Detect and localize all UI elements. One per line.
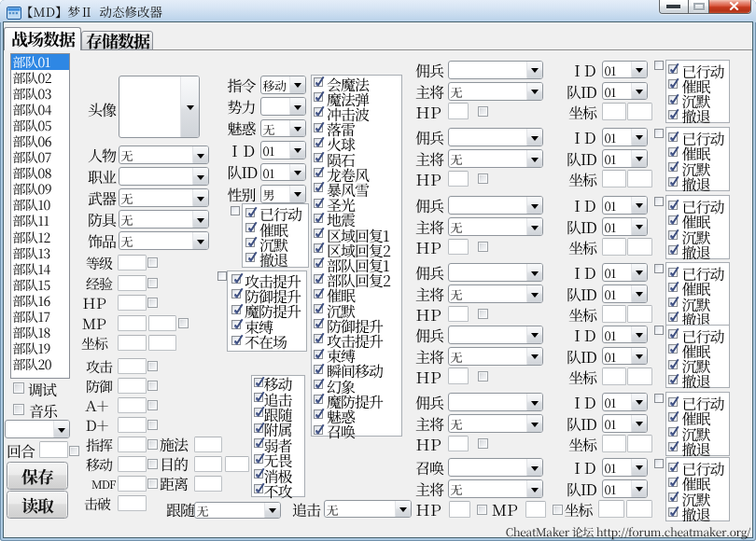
merc-status-checkbox[interactable] [668, 478, 678, 487]
merc-group-checkbox[interactable] [654, 61, 664, 70]
merc-status-checkbox[interactable] [668, 492, 678, 502]
skill-item-checkbox[interactable] [314, 183, 323, 192]
merc-status-checkbox[interactable] [668, 312, 678, 322]
buff-item-checkbox[interactable] [231, 305, 241, 314]
mdf-checkbox[interactable] [147, 479, 158, 489]
merc-hp-field[interactable] [448, 368, 469, 384]
merc-leader-combo[interactable]: 无 [448, 347, 543, 366]
merc-status-checkbox[interactable] [668, 215, 678, 225]
merc-status-checkbox[interactable] [668, 344, 678, 354]
behavior-item-checkbox[interactable] [254, 393, 263, 402]
skill-item-checkbox[interactable] [314, 395, 323, 404]
merc-coord-field[interactable] [598, 500, 624, 518]
status-item-checkbox[interactable] [245, 238, 255, 247]
kill-field[interactable] [118, 495, 147, 511]
status-item-checkbox[interactable] [245, 223, 255, 232]
behavior-item-checkbox[interactable] [254, 438, 263, 448]
merc-group-checkbox[interactable] [654, 326, 664, 335]
buff-item-checkbox[interactable] [231, 274, 241, 284]
merc-status-checkbox[interactable] [668, 360, 678, 369]
coord-field-2[interactable] [148, 335, 177, 351]
round-checkbox[interactable] [69, 446, 79, 456]
mp-field[interactable] [118, 315, 147, 331]
skill-item-checkbox[interactable] [314, 304, 323, 313]
buff-item-checkbox[interactable] [231, 320, 241, 329]
merc-group-checkbox[interactable] [654, 129, 664, 138]
merc-coord-field-2[interactable] [627, 238, 652, 256]
dplus-field[interactable] [118, 417, 147, 433]
aplus-field[interactable] [118, 397, 147, 413]
troop-list-item[interactable]: 部队11 [11, 213, 69, 229]
skill-item-checkbox[interactable] [314, 214, 323, 223]
merc-status-checkbox[interactable] [668, 507, 678, 517]
merc-hp-checkbox[interactable] [477, 505, 487, 515]
command-checkbox[interactable] [147, 439, 158, 450]
debug-checkbox[interactable] [13, 382, 24, 394]
command-field[interactable] [118, 437, 147, 452]
merc-status-checkbox[interactable] [668, 132, 678, 142]
status-item-checkbox[interactable] [245, 253, 255, 262]
buff-group-checkbox[interactable] [217, 271, 227, 281]
merc-status-checkbox[interactable] [668, 245, 678, 255]
merc-hp-checkbox[interactable] [478, 371, 488, 381]
skill-item-checkbox[interactable] [314, 409, 323, 419]
exp-checkbox[interactable] [147, 278, 158, 288]
merc-hp-checkbox[interactable] [478, 438, 488, 449]
merc-unit-combo[interactable] [448, 128, 543, 146]
distance-field[interactable] [194, 476, 222, 492]
merc-id-combo[interactable]: 01 [602, 326, 648, 344]
merc-leader-combo[interactable]: 无 [448, 414, 543, 433]
level-field[interactable] [118, 255, 147, 270]
order-combo[interactable]: 移动 [260, 76, 306, 94]
merc-unit-combo[interactable] [448, 61, 543, 79]
merc-teamid-combo[interactable]: 01 [602, 347, 648, 366]
merc-id-combo[interactable]: 01 [602, 61, 648, 79]
troop-list[interactable]: 部队01部队02部队03部队04部队05部队06部队07部队08部队09部队10… [10, 53, 70, 379]
merc-hp-field[interactable] [448, 171, 469, 187]
merc-status-checkbox[interactable] [668, 283, 678, 292]
merc-hp-field[interactable] [448, 103, 469, 119]
behavior-item-checkbox[interactable] [254, 484, 263, 493]
coord-field[interactable] [118, 335, 147, 351]
merc-id-combo[interactable]: 01 [602, 128, 648, 146]
target-field[interactable] [194, 456, 222, 472]
merc-status-checkbox[interactable] [668, 463, 678, 472]
accessory-combo[interactable]: 无 [119, 231, 209, 250]
move-field[interactable] [118, 456, 147, 472]
move-checkbox[interactable] [147, 459, 158, 469]
behavior-item-checkbox[interactable] [254, 423, 263, 433]
behavior-item-checkbox[interactable] [254, 408, 263, 417]
skill-item-checkbox[interactable] [314, 77, 323, 87]
merc-leader-combo[interactable]: 无 [448, 149, 543, 168]
music-checkbox[interactable] [13, 404, 24, 415]
mp-field-2[interactable] [148, 315, 177, 331]
merc-hp-field[interactable] [448, 306, 469, 323]
mdf-field[interactable] [118, 476, 147, 492]
merc-status-checkbox[interactable] [668, 64, 678, 74]
merc-coord-field[interactable] [602, 305, 626, 323]
merc-coord-field-2[interactable] [627, 305, 652, 323]
merc-hp-field[interactable] [449, 501, 470, 519]
merc-status-checkbox[interactable] [668, 162, 678, 172]
merc-group-checkbox[interactable] [654, 264, 664, 273]
merc-hp-checkbox[interactable] [478, 106, 488, 117]
level-checkbox[interactable] [147, 257, 158, 268]
weapon-combo[interactable]: 无 [119, 188, 209, 207]
cast-field[interactable] [194, 437, 222, 452]
exp-field[interactable] [118, 275, 147, 291]
merc-status-checkbox[interactable] [668, 427, 678, 437]
aplus-checkbox[interactable] [147, 400, 158, 410]
pursuit-combo[interactable]: 无 [324, 500, 412, 519]
merc-id-combo[interactable]: 01 [602, 393, 648, 411]
skill-item-checkbox[interactable] [314, 425, 323, 435]
tab-storage-data[interactable]: 存储数据 [81, 31, 153, 50]
skill-item-checkbox[interactable] [314, 123, 323, 132]
faction-combo[interactable] [260, 97, 306, 116]
merc-status-checkbox[interactable] [668, 201, 678, 210]
follow-combo[interactable]: 无 [194, 502, 281, 520]
hp-field[interactable] [118, 295, 147, 311]
merc-status-checkbox[interactable] [668, 147, 678, 157]
merc-coord-field-2[interactable] [627, 170, 652, 187]
status-group-checkbox[interactable] [231, 206, 240, 215]
merc-hp-checkbox[interactable] [478, 309, 488, 319]
